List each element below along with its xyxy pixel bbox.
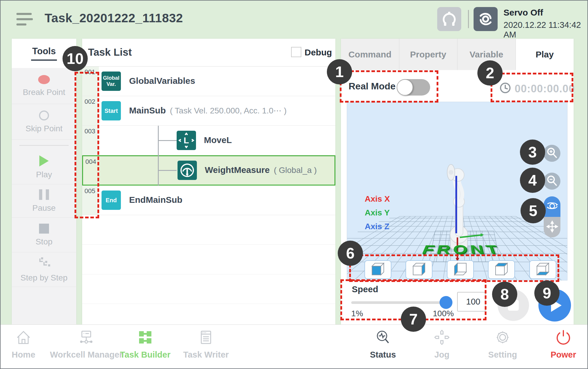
row-number: 002: [82, 96, 99, 125]
view-right-button[interactable]: [405, 260, 432, 279]
task-row-weight-measure-selected[interactable]: 004 WeightMeasure( Global_a ): [82, 155, 335, 186]
annotation-badge-9: 9: [534, 280, 560, 306]
setting-gear-icon: [494, 329, 511, 347]
tool-label: Break Point: [23, 88, 65, 97]
tab-property[interactable]: Property: [399, 39, 458, 70]
row-detail: ( Global_a ): [274, 166, 317, 175]
servo-status-button[interactable]: [474, 7, 498, 31]
task-row-global-variables[interactable]: 001 Global Var. GlobalVariables: [82, 67, 335, 96]
row-label: MainSub( Task Vel. 250.000, Acc. 1.0⋯ ): [129, 106, 287, 115]
task-rows: 001 Global Var. GlobalVariables 002 Star…: [82, 67, 335, 324]
empty-row: [82, 215, 335, 245]
servo-status-text: Servo Off: [503, 8, 587, 18]
debug-label: Debug: [305, 47, 332, 57]
tool-label: Stop: [36, 237, 53, 246]
speed-max-label: 100%: [433, 309, 454, 318]
tool-step-by-step[interactable]: Step by Step: [12, 252, 76, 287]
servo-swirl-icon: [474, 27, 498, 32]
view-front-button[interactable]: [364, 260, 391, 279]
annotation-badge-6: 6: [338, 241, 363, 266]
rotate-view-button[interactable]: [544, 196, 560, 217]
view-control-capsule: [544, 196, 560, 237]
real-mode-label: Real Mode: [349, 81, 396, 92]
task-list-title: Task List: [88, 46, 132, 58]
header: Task_20201222_111832: [1, 1, 587, 39]
annotation-badge-10: 10: [62, 46, 88, 71]
tools-sidebar: Tools Break Point Skip Point Play Pause …: [12, 39, 76, 324]
end-icon: End: [102, 191, 121, 210]
row-number: 004: [83, 156, 100, 185]
workcell-manager-icon: [78, 329, 95, 347]
view-bottom-button[interactable]: [529, 260, 556, 279]
gripper-icon: [437, 27, 461, 32]
tool-skip-point[interactable]: Skip Point: [12, 104, 76, 140]
task-row-mainsub[interactable]: 002 Start MainSub( Task Vel. 250.000, Ac…: [82, 96, 335, 126]
speed-label: Speed: [352, 284, 378, 294]
servo-datetime: 2020.12.22 11:34:42 AM: [503, 20, 587, 40]
start-icon: Start: [102, 101, 121, 120]
debug-checkbox[interactable]: [291, 47, 301, 57]
pause-bars-icon: [39, 189, 49, 200]
tool-label: Play: [36, 170, 52, 179]
status-icon: [374, 329, 391, 347]
weight-measure-icon: [178, 161, 197, 180]
annotation-badge-1: 1: [327, 59, 352, 84]
view-left-button[interactable]: [447, 260, 474, 279]
breakpoint-dot-icon: [38, 75, 50, 84]
tool-label: Pause: [32, 203, 55, 213]
nav-power[interactable]: Power: [525, 329, 588, 360]
speed-value-input[interactable]: [457, 292, 486, 312]
annotation-badge-4: 4: [520, 168, 545, 193]
speed-min-label: 1%: [351, 309, 363, 318]
tools-title: Tools: [31, 46, 57, 61]
task-row-endmainsub[interactable]: 005 End EndMainSub: [82, 186, 335, 215]
row-label: EndMainSub: [129, 195, 183, 205]
axis-z-label: Axis Z: [365, 222, 389, 231]
task-list-panel: Task List Debug 001 Global Var. GlobalVa…: [82, 39, 335, 324]
annotation-badge-3: 3: [520, 140, 545, 165]
axis-y-label: Axis Y: [365, 208, 390, 217]
cube-top-icon: [493, 261, 510, 278]
real-mode-toggle[interactable]: [397, 79, 430, 96]
row-number: 005: [82, 186, 99, 215]
tab-play[interactable]: Play: [516, 39, 574, 70]
tree-line: [158, 170, 177, 171]
task-writer-icon: [197, 329, 214, 347]
row-detail: ( Task Vel. 250.000, Acc. 1.0⋯ ): [170, 106, 287, 115]
speed-slider-knob[interactable]: [440, 296, 452, 309]
power-icon: [555, 329, 572, 347]
tool-stop[interactable]: Stop: [12, 217, 76, 252]
tool-label: Step by Step: [21, 273, 67, 283]
zoom-in-button[interactable]: [543, 145, 560, 162]
empty-row: [82, 274, 335, 304]
tool-break-point[interactable]: Break Point: [12, 68, 76, 104]
cube-right-icon: [411, 261, 427, 278]
app-window: Task_20201222_111832: [0, 0, 588, 369]
axis-x-label: Axis X: [365, 194, 390, 204]
nav-task-writer[interactable]: Task Writer: [168, 329, 244, 360]
global-var-icon: Global Var.: [102, 72, 121, 91]
row-number: 001: [82, 67, 99, 96]
gripper-button[interactable]: [437, 7, 461, 31]
speed-slider-track[interactable]: [351, 301, 450, 304]
timer-clock-icon: [499, 82, 511, 94]
row-label: MoveL: [204, 135, 232, 145]
task-builder-icon: [137, 329, 154, 347]
tool-pause[interactable]: Pause: [12, 184, 76, 217]
home-icon: [15, 329, 32, 347]
svg-text:L: L: [184, 135, 189, 145]
jog-dpad-icon: [433, 329, 450, 347]
annotation-badge-2: 2: [477, 60, 503, 86]
bottom-nav: Home Workcell Manager: [1, 324, 587, 369]
zoom-out-button[interactable]: [543, 173, 560, 190]
view-top-button[interactable]: [488, 260, 515, 279]
movel-icon: L: [177, 131, 196, 150]
tools-divider: [12, 140, 76, 151]
row-number: 003: [82, 126, 99, 155]
task-row-movel[interactable]: 003 L MoveL: [82, 126, 335, 155]
tool-play[interactable]: Play: [12, 151, 76, 184]
menu-icon[interactable]: [16, 13, 33, 26]
pan-view-button[interactable]: [544, 217, 560, 237]
tool-label: Skip Point: [26, 124, 62, 133]
toggle-knob: [397, 79, 413, 96]
